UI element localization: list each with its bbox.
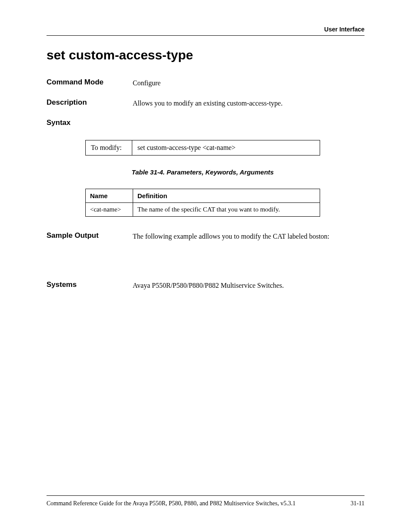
syntax-label: Syntax <box>47 118 364 127</box>
params-row-name: <cat-name> <box>86 203 133 217</box>
params-row-definition: The name of the specific CAT that you wa… <box>133 203 320 217</box>
systems-row: Systems Avaya P550R/P580/P880/P882 Multi… <box>47 280 364 290</box>
sample-output-value: The following example adllows you to mod… <box>133 231 364 241</box>
params-header-name: Name <box>86 189 133 203</box>
command-mode-row: Command Mode Configure <box>47 78 364 88</box>
footer-right: 31-11 <box>351 500 364 507</box>
header-section-label: User Interface <box>47 26 364 33</box>
params-row: <cat-name> The name of the specific CAT … <box>86 203 320 217</box>
command-mode-value: Configure <box>133 78 364 88</box>
footer-left: Command Reference Guide for the Avaya P5… <box>47 500 296 507</box>
page-title: set custom-access-type <box>47 48 364 62</box>
syntax-action-label: To modify: <box>86 140 132 156</box>
systems-value: Avaya P550R/P580/P880/P882 Multiservice … <box>133 280 364 290</box>
header-rule <box>47 35 364 36</box>
params-header-definition: Definition <box>133 189 320 203</box>
description-row: Description Allows you to modify an exis… <box>47 98 364 108</box>
description-label: Description <box>47 98 133 107</box>
command-mode-label: Command Mode <box>47 78 133 87</box>
sample-output-label: Sample Output <box>47 231 133 240</box>
params-table: Name Definition <cat-name> The name of t… <box>85 189 320 217</box>
page-footer: Command Reference Guide for the Avaya P5… <box>47 495 364 507</box>
sample-output-row: Sample Output The following example adll… <box>47 231 364 241</box>
description-value: Allows you to modify an existing custom-… <box>133 98 364 108</box>
syntax-row: To modify: set custom-access-type <cat-n… <box>86 140 320 156</box>
params-header-row: Name Definition <box>86 189 320 203</box>
systems-label: Systems <box>47 280 133 289</box>
syntax-command: set custom-access-type <cat-name> <box>132 140 320 156</box>
syntax-table: To modify: set custom-access-type <cat-n… <box>85 140 320 156</box>
footer-rule <box>47 495 364 496</box>
params-table-caption: Table 31-4. Parameters, Keywords, Argume… <box>85 168 320 176</box>
